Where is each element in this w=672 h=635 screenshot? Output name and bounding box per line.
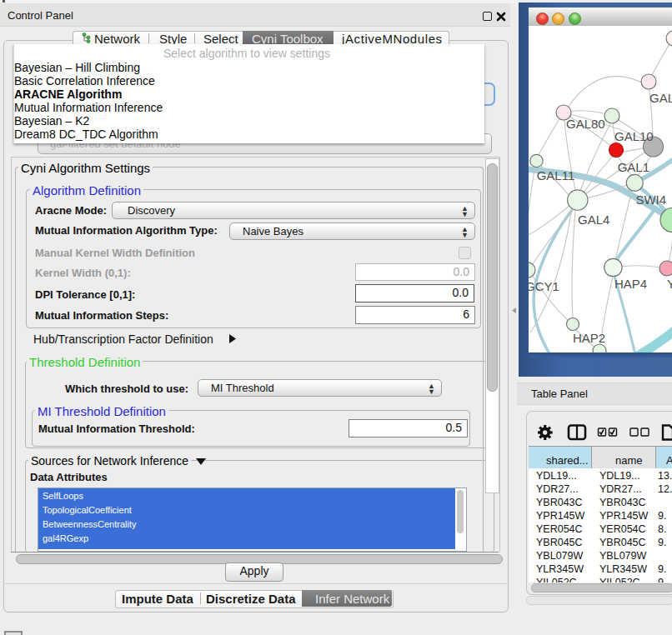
- svg-text:GAL7: GAL7: [649, 91, 672, 105]
- svg-text:GAL10: GAL10: [614, 129, 654, 143]
- svg-text:HAP2: HAP2: [573, 331, 605, 345]
- svg-text:GAL4: GAL4: [578, 212, 609, 227]
- svg-text:SWI4: SWI4: [635, 192, 666, 207]
- svg-text:HAP4: HAP4: [614, 277, 647, 291]
- svg-text:GAL11: GAL11: [537, 168, 575, 182]
- svg-text:Y: Y: [667, 277, 672, 291]
- svg-text:GAL80: GAL80: [566, 117, 605, 131]
- svg-text:GCY1: GCY1: [529, 279, 559, 293]
- svg-text:GAL1: GAL1: [618, 160, 649, 174]
